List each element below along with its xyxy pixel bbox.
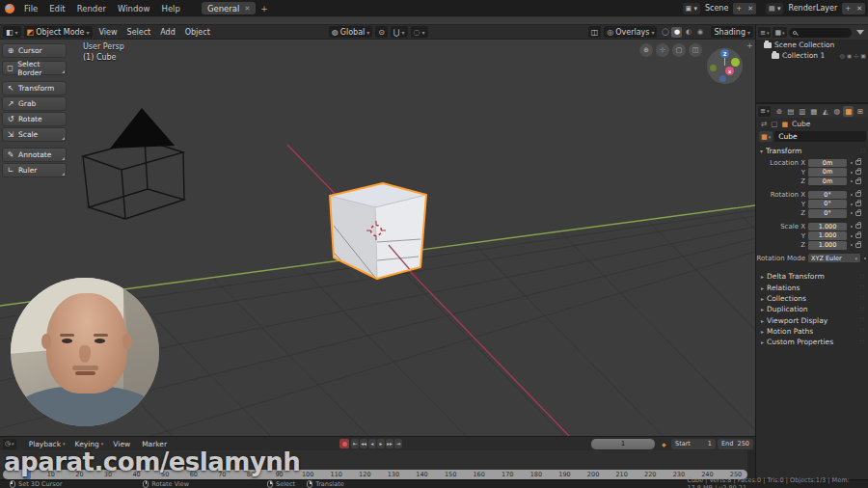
transform-value-field[interactable]: 0°: [808, 209, 847, 218]
properties-tab-icon[interactable]: ▦: [808, 106, 819, 117]
animate-dot-icon[interactable]: [851, 244, 853, 246]
gizmo-y-neg-axis[interactable]: [710, 65, 717, 71]
editor-type-dropdown[interactable]: ≡ ▾: [758, 106, 771, 117]
lock-icon[interactable]: [855, 233, 861, 238]
sidebar-toggle-button[interactable]: +: [746, 41, 753, 50]
next-keyframe-button[interactable]: ▸▸: [386, 439, 393, 448]
outliner-row-collection-1[interactable]: Collection 1 ◎◉⊹▣: [756, 50, 868, 61]
auto-keying-button[interactable]: [339, 439, 349, 448]
properties-tab-icon[interactable]: ▤: [785, 106, 796, 117]
properties-tab-icon[interactable]: ◍: [831, 106, 842, 117]
properties-tab-icon[interactable]: ⊞: [854, 106, 865, 117]
editor-type-dropdown[interactable]: ≡ ▾: [758, 27, 771, 38]
tool-button[interactable]: ∟ Ruler: [2, 163, 67, 177]
play-reverse-button[interactable]: ◂: [368, 439, 376, 448]
animate-dot-icon[interactable]: [864, 258, 866, 259]
move-icon[interactable]: ⊹: [656, 43, 669, 57]
view-layer-name[interactable]: RenderLayer: [788, 4, 837, 13]
scene-name[interactable]: Scene: [705, 4, 728, 13]
collapsed-panel-header[interactable]: ▸ Collections ∷: [756, 293, 868, 304]
lock-icon[interactable]: [855, 224, 861, 229]
animate-dot-icon[interactable]: [851, 180, 853, 182]
lock-icon[interactable]: [855, 202, 861, 206]
animate-dot-icon[interactable]: [851, 235, 853, 237]
animate-dot-icon[interactable]: [851, 162, 853, 164]
shading-dropdown[interactable]: Shading ▾: [711, 26, 753, 38]
viewport-menu-item[interactable]: Select: [122, 28, 156, 37]
shading-sphere-icon[interactable]: ◯: [660, 27, 670, 38]
animate-dot-icon[interactable]: [851, 172, 853, 174]
properties-tab-icon[interactable]: ■: [843, 106, 854, 117]
jump-start-button[interactable]: ⇤: [351, 439, 359, 448]
tool-button[interactable]: ◻ Select Border: [2, 61, 67, 75]
selectable-icon[interactable]: ⊹: [854, 52, 858, 59]
jump-end-button[interactable]: ⇥: [394, 439, 402, 448]
properties-tab-icon[interactable]: ⊚: [773, 106, 784, 117]
shading-sphere-icon[interactable]: ●: [671, 27, 682, 38]
viewport-menu-item[interactable]: View: [95, 28, 122, 37]
close-icon[interactable]: ✕: [244, 5, 250, 13]
transform-value-field[interactable]: 1.000: [808, 241, 847, 250]
tool-button[interactable]: ↺ Rotate: [2, 112, 67, 126]
remove-view-layer-button[interactable]: ✕: [854, 5, 865, 13]
animate-dot-icon[interactable]: [851, 226, 853, 228]
gizmo-z-axis[interactable]: Z: [720, 49, 729, 58]
mode-dropdown[interactable]: ◩ Object Mode ▾: [24, 26, 93, 38]
search-input[interactable]: [789, 28, 852, 38]
gizmo-z-neg-axis[interactable]: [719, 75, 726, 82]
play-button[interactable]: ▸: [377, 439, 385, 448]
transform-value-field[interactable]: 1.000: [808, 223, 847, 231]
gizmo-y-axis[interactable]: [731, 58, 740, 67]
prev-keyframe-button[interactable]: ◂◂: [360, 439, 367, 448]
current-frame-field[interactable]: 1: [591, 439, 655, 449]
object-name-field[interactable]: Cube: [774, 131, 866, 142]
transform-value-field[interactable]: 0°: [808, 191, 847, 200]
tool-button[interactable]: ↗ Grab: [2, 96, 67, 111]
display-mode-dropdown[interactable]: ▦ ▾: [773, 27, 786, 38]
viewport-menu-item[interactable]: Add: [155, 28, 180, 37]
transform-value-field[interactable]: 0m: [808, 177, 847, 186]
animate-dot-icon[interactable]: [851, 212, 853, 214]
editor-type-dropdown[interactable]: ◧ ▾: [3, 26, 21, 38]
blender-logo-icon[interactable]: [5, 4, 14, 14]
overlays-dropdown[interactable]: ◎ Overlays ▾: [604, 26, 657, 38]
filter-icon[interactable]: [856, 30, 864, 35]
xray-toggle[interactable]: ◫: [588, 26, 602, 38]
viewport-menu-item[interactable]: Object: [180, 28, 215, 37]
pivot-dropdown[interactable]: ⊙: [375, 26, 388, 38]
tool-button[interactable]: ⇲ Scale: [2, 127, 67, 142]
add-view-layer-button[interactable]: +: [842, 5, 854, 13]
object-id-dropdown[interactable]: ■ ▾: [759, 131, 773, 142]
breadcrumb-object-name[interactable]: Cube: [792, 120, 810, 128]
camera-view-icon[interactable]: ▢: [672, 43, 686, 57]
zoom-icon[interactable]: ⊕: [639, 43, 653, 57]
gizmo-x-axis[interactable]: x: [725, 67, 734, 75]
cube-object[interactable]: [330, 183, 426, 279]
render-visibility-icon[interactable]: ◎: [840, 52, 845, 59]
scene-icon[interactable]: ▣ ▾: [683, 3, 700, 14]
add-workspace-button[interactable]: +: [260, 4, 268, 14]
orientation-dropdown[interactable]: ◍ Global ▾: [329, 26, 373, 38]
properties-tab-icon[interactable]: ◭: [820, 106, 830, 117]
lock-icon[interactable]: [855, 160, 861, 165]
topbar-menu-item[interactable]: Help: [155, 4, 185, 14]
lock-icon[interactable]: [855, 192, 861, 197]
collapsed-panel-header[interactable]: ▸ Relations ∷: [756, 282, 868, 292]
lock-icon[interactable]: [855, 179, 861, 184]
workspace-tab-general[interactable]: General ✕: [202, 2, 256, 14]
eye-icon[interactable]: ◉: [847, 52, 852, 59]
transform-panel-header[interactable]: ▾ Transform ∷: [756, 145, 868, 156]
remove-scene-button[interactable]: ✕: [745, 5, 756, 13]
snap-dropdown[interactable]: ⋃ ▾: [391, 26, 408, 38]
animate-dot-icon[interactable]: [851, 194, 853, 196]
navigation-gizmo[interactable]: Z x: [707, 48, 743, 84]
add-scene-button[interactable]: +: [733, 5, 745, 13]
pyramid-object[interactable]: [110, 108, 175, 149]
collapsed-panel-header[interactable]: ▸ Duplication ∷: [756, 304, 868, 314]
shading-sphere-icon[interactable]: ◉: [694, 27, 705, 38]
lock-icon[interactable]: [855, 170, 861, 175]
proportional-editing-dropdown[interactable]: ◌ ▾: [411, 26, 428, 38]
topbar-menu-item[interactable]: File: [18, 4, 43, 14]
view-layer-icon[interactable]: ▤ ▾: [766, 3, 783, 14]
perspective-toggle-icon[interactable]: ◫: [689, 43, 702, 57]
